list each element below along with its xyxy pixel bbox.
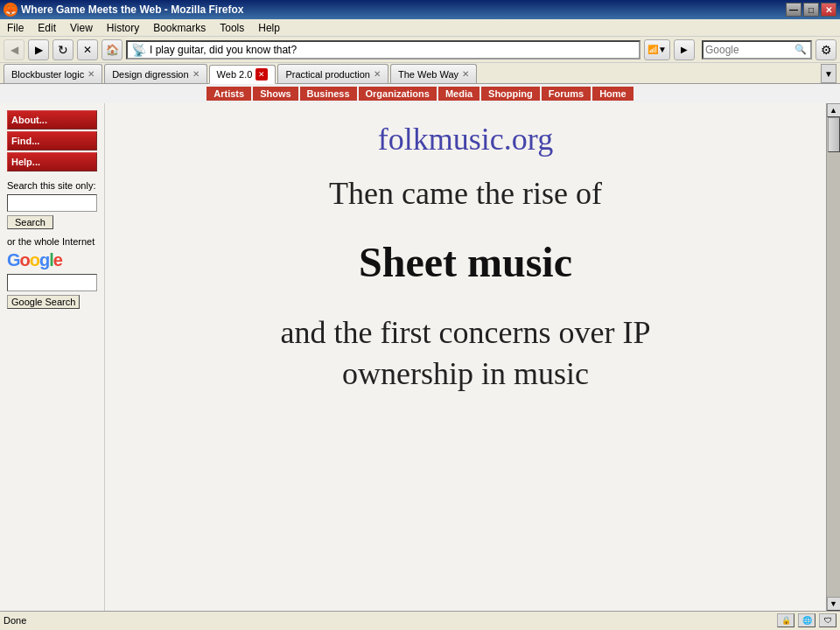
titlebar: 🦊 Where Game Meets the Web - Mozilla Fir… <box>0 0 840 19</box>
menu-view[interactable]: View <box>66 20 96 36</box>
google-search-button[interactable]: Google Search <box>7 295 80 309</box>
address-input[interactable] <box>150 44 635 56</box>
status-text: Done <box>4 615 770 626</box>
tab-practical-production[interactable]: Practical production ✕ <box>277 64 388 83</box>
minimize-button[interactable]: — <box>786 3 802 17</box>
internet-label: or the whole Internet <box>7 236 97 247</box>
rss-button[interactable]: 📶▼ <box>644 39 670 60</box>
google-logo: Google <box>7 250 97 270</box>
scroll-up-arrow[interactable]: ▲ <box>827 103 841 117</box>
main-container: About... Find... Help... Search this sit… <box>0 103 840 611</box>
tab-blockbuster-logic[interactable]: Blockbuster logic ✕ <box>4 64 102 83</box>
toolbar-google-search: 🔍 <box>702 40 812 60</box>
settings-button[interactable]: ⚙ <box>816 39 836 60</box>
scroll-down-arrow[interactable]: ▼ <box>827 597 841 611</box>
window-title: Where Game Meets the Web - Mozilla Firef… <box>21 4 244 16</box>
nav-shows[interactable]: Shows <box>253 87 298 101</box>
tab-bar: Blockbuster logic ✕ Design digression ✕ … <box>0 63 840 84</box>
tab-label: Practical production <box>285 69 370 80</box>
nav-organizations[interactable]: Organizations <box>359 87 437 101</box>
browser-icon: 🦊 <box>4 3 18 17</box>
address-bar: 📡 <box>126 40 640 60</box>
nav-home[interactable]: Home <box>592 87 634 101</box>
status-icons: 🔒 🌐 🛡 <box>777 613 836 627</box>
reload-button[interactable]: ↻ <box>52 39 74 60</box>
tab-web-20[interactable]: Web 2.0 ✕ <box>209 65 276 84</box>
tab-close-icon[interactable]: ✕ <box>374 69 381 79</box>
tab-label: The Web Way <box>398 69 458 80</box>
tab-close-icon[interactable]: ✕ <box>88 69 94 79</box>
menu-tools[interactable]: Tools <box>216 20 248 36</box>
site-search-button[interactable]: Search <box>7 215 53 229</box>
nav-shopping[interactable]: Shopping <box>481 87 540 101</box>
maximize-button[interactable]: □ <box>803 3 819 17</box>
toolbar: ◀ ▶ ↻ ✕ 🏠 📡 📶▼ ▶ 🔍 ⚙ <box>0 37 840 63</box>
google-search-input[interactable] <box>7 274 97 291</box>
main-text-line3: and the first concerns over IPownership … <box>281 312 651 395</box>
menu-edit[interactable]: Edit <box>34 20 60 36</box>
scroll-thumb[interactable] <box>828 117 840 152</box>
scroll-track[interactable] <box>827 117 840 597</box>
menu-bookmarks[interactable]: Bookmarks <box>150 20 209 36</box>
status-icon-2: 🌐 <box>798 613 816 627</box>
help-button[interactable]: Help... <box>7 152 97 172</box>
search-site-label: Search this site only: <box>7 180 97 191</box>
tab-design-digression[interactable]: Design digression ✕ <box>104 64 206 83</box>
stop-button[interactable]: ✕ <box>77 39 98 60</box>
menu-help[interactable]: Help <box>255 20 284 36</box>
vertical-scrollbar: ▲ ▼ <box>826 103 840 611</box>
sidebar: About... Find... Help... Search this sit… <box>0 103 105 611</box>
forward-button[interactable]: ▶ <box>28 39 49 60</box>
folkmusic-navbar: Artists Shows Business Organizations Med… <box>0 84 840 103</box>
tab-web-way[interactable]: The Web Way ✕ <box>390 64 477 83</box>
toolbar-google-search-btn[interactable]: 🔍 <box>793 44 808 55</box>
tab-overflow-button[interactable]: ▼ <box>821 64 836 83</box>
tab-label: Blockbuster logic <box>11 69 84 80</box>
tab-label: Design digression <box>112 69 188 80</box>
status-icon-3: 🛡 <box>819 613 836 627</box>
main-content: folkmusic.org Then came the rise of Shee… <box>105 103 826 611</box>
nav-forums[interactable]: Forums <box>542 87 591 101</box>
about-button[interactable]: About... <box>7 110 97 130</box>
nav-business[interactable]: Business <box>300 87 357 101</box>
find-button[interactable]: Find... <box>7 131 97 150</box>
tab-close-icon[interactable]: ✕ <box>192 69 200 79</box>
tab-label: Web 2.0 <box>217 69 253 80</box>
nav-artists[interactable]: Artists <box>206 87 251 101</box>
folkmusic-logo: folkmusic.org <box>378 121 553 158</box>
home-button[interactable]: 🏠 <box>102 39 122 60</box>
close-button[interactable]: ✕ <box>821 3 836 17</box>
site-search-input[interactable] <box>7 194 97 212</box>
menubar: File Edit View History Bookmarks Tools H… <box>0 19 840 37</box>
tab-close-icon[interactable]: ✕ <box>462 69 469 79</box>
menu-file[interactable]: File <box>4 20 27 36</box>
status-icon-1: 🔒 <box>777 613 794 627</box>
go-button[interactable]: ▶ <box>674 39 695 60</box>
statusbar: Done 🔒 🌐 🛡 <box>0 611 840 628</box>
back-button[interactable]: ◀ <box>4 39 24 60</box>
main-text-line1: Then came the rise of <box>329 175 602 212</box>
tab-close-icon[interactable]: ✕ <box>256 68 268 80</box>
rss-icon: 📡 <box>131 43 146 57</box>
main-text-sheet-music: Sheet music <box>359 238 572 286</box>
toolbar-google-input[interactable] <box>705 44 793 56</box>
nav-media[interactable]: Media <box>438 87 480 101</box>
menu-history[interactable]: History <box>103 20 143 36</box>
